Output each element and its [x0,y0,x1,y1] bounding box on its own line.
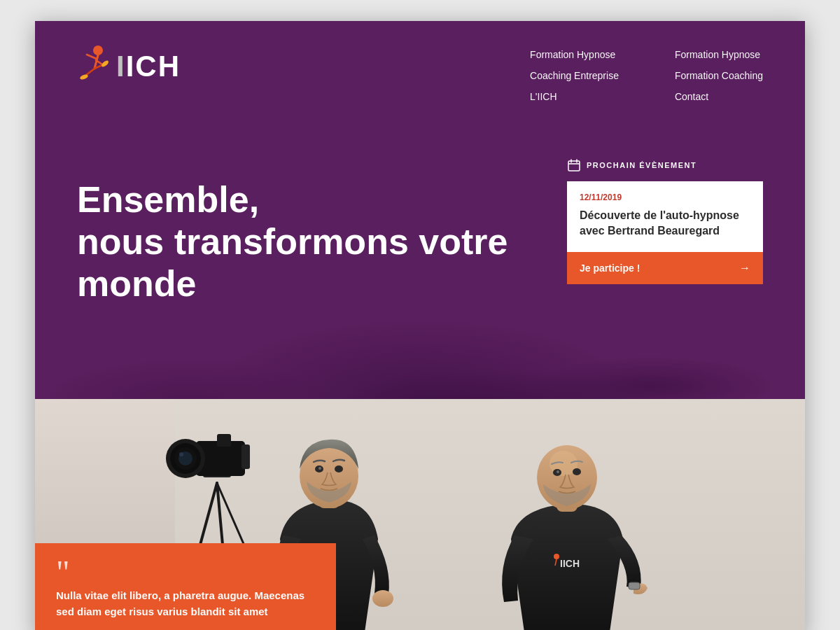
event-cta-button[interactable]: Je participe ! → [567,252,763,284]
event-cta-label: Je participe ! [580,262,640,274]
hero-content: Ensemble, nous transformons votre monde … [35,116,805,304]
logo-figure [77,42,112,91]
nav-link-formation-hypnose-1[interactable]: Formation Hypnose [530,49,619,60]
event-section: PROCHAIN ÉVÈNEMENT 12/11/2019 Découverte… [567,158,763,284]
logo-area[interactable]: IICH [77,42,181,91]
event-card: 12/11/2019 Découverte de l'auto-hypnose … [567,179,763,284]
svg-point-40 [573,468,581,475]
hero-line1: Ensemble, [77,179,259,220]
nav-link-formation-hypnose-2[interactable]: Formation Hypnose [675,49,763,60]
hero-title: Ensemble, nous transformons votre monde [77,179,539,304]
event-date: 12/11/2019 [580,192,750,202]
svg-point-30 [335,465,343,472]
svg-rect-26 [241,444,250,469]
hero-section: IICH Formation Hypnose Coaching Entrepri… [35,21,805,399]
nav-col-2: Formation Hypnose Formation Coaching Con… [675,49,763,102]
svg-point-41 [556,470,559,473]
svg-rect-8 [568,161,580,171]
nav-link-formation-coaching[interactable]: Formation Coaching [675,70,763,81]
nav-columns: Formation Hypnose Coaching Entreprise L'… [530,49,763,102]
hero-line2: nous transformons votre monde [77,221,507,304]
photo-content: IICH [35,399,805,630]
nav-link-contact[interactable]: Contact [675,91,763,102]
svg-line-2 [87,55,97,59]
quote-text: Nulla vitae elit libero, a pharetra augu… [56,588,315,620]
svg-point-0 [93,46,103,55]
svg-rect-42 [629,582,640,589]
photo-section: IICH [35,399,805,630]
navbar: IICH Formation Hypnose Coaching Entrepri… [35,21,805,116]
event-title: Découverte de l'auto-hypnose avec Bertra… [580,208,750,239]
quote-overlay: " Nulla vitae elit libero, a pharetra au… [35,543,336,630]
nav-col-1: Formation Hypnose Coaching Entreprise L'… [530,49,619,102]
svg-rect-25 [217,434,231,447]
hero-headline: Ensemble, nous transformons votre monde [77,158,539,304]
calendar-icon [567,158,581,172]
quote-mark: " [56,564,315,581]
page-wrapper: IICH Formation Hypnose Coaching Entrepri… [35,21,805,630]
svg-text:IICH: IICH [560,558,580,569]
svg-line-4 [85,69,94,76]
prochain-label: PROCHAIN ÉVÈNEMENT [587,161,696,169]
svg-point-31 [318,467,321,470]
svg-point-32 [372,590,393,607]
nav-link-liich[interactable]: L'IICH [530,91,619,102]
svg-point-34 [554,554,559,559]
prochain-header: PROCHAIN ÉVÈNEMENT [567,158,763,172]
logo-text: IICH [116,50,181,83]
svg-point-24 [179,452,183,456]
arrow-right-icon: → [739,262,750,274]
nav-link-coaching-entreprise[interactable]: Coaching Entreprise [530,70,619,81]
event-card-body: 12/11/2019 Découverte de l'auto-hypnose … [567,181,763,252]
